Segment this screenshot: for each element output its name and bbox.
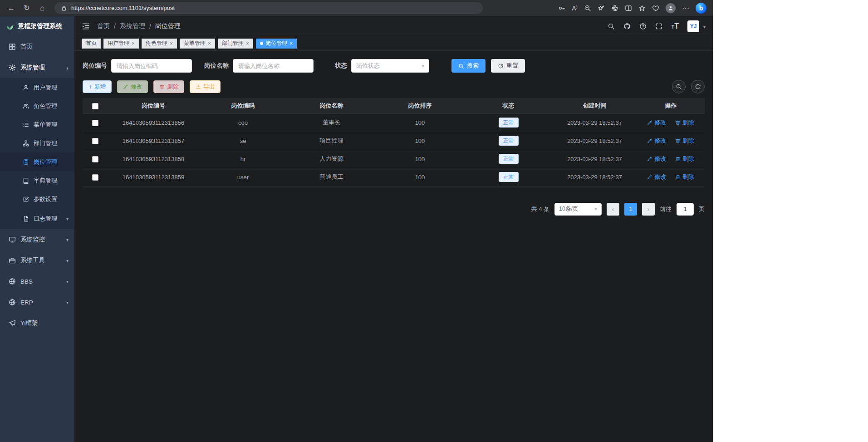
post-code-input[interactable]: [111, 59, 192, 73]
cell-post-code: ceo: [199, 113, 287, 132]
export-button-label: 导出: [203, 83, 215, 91]
sidebar-item-label: 角色管理: [34, 102, 57, 110]
help-icon[interactable]: [639, 23, 647, 30]
row-checkbox[interactable]: [92, 174, 98, 181]
sidebar-item-dict-mgmt[interactable]: 字典管理: [0, 171, 74, 190]
sidebar-item-system-monitor[interactable]: 系统监控 ▾: [0, 229, 74, 250]
row-edit-link[interactable]: 修改: [647, 155, 666, 163]
toggle-search-button[interactable]: [672, 80, 686, 93]
sidebar-item-erp[interactable]: ERP ▾: [0, 292, 74, 313]
export-button[interactable]: 导出: [190, 80, 221, 93]
close-icon[interactable]: ×: [246, 40, 249, 47]
tab-dept-mgmt[interactable]: 部门管理 ×: [218, 39, 253, 49]
refresh-table-button[interactable]: [691, 80, 705, 93]
sidebar-item-post-mgmt[interactable]: 岗位管理: [0, 152, 74, 171]
sidebar-item-param-settings[interactable]: 参数设置: [0, 190, 74, 208]
delete-link-label: 删除: [682, 137, 694, 145]
github-icon[interactable]: [623, 23, 631, 30]
sidebar-item-system-tools[interactable]: 系统工具 ▾: [0, 250, 74, 271]
delete-button[interactable]: 删除: [153, 80, 184, 93]
caret-down-icon: ▾: [594, 206, 597, 212]
password-key-icon[interactable]: [558, 5, 565, 12]
row-checkbox[interactable]: [92, 138, 98, 144]
sidebar-item-dept-mgmt[interactable]: 部门管理: [0, 134, 74, 152]
prev-page-button[interactable]: ‹: [607, 203, 619, 216]
post-name-input[interactable]: [233, 59, 314, 73]
row-edit-link[interactable]: 修改: [647, 137, 666, 145]
select-all-checkbox[interactable]: [92, 103, 98, 109]
breadcrumb-separator: /: [114, 23, 116, 30]
tab-user-mgmt[interactable]: 用户管理 ×: [103, 39, 139, 49]
breadcrumb-item-system[interactable]: 系统管理: [120, 22, 145, 30]
next-page-button[interactable]: ›: [642, 203, 655, 216]
sidebar-item-bbs[interactable]: BBS ▾: [0, 271, 74, 292]
toolbar-right: [672, 80, 705, 93]
fullscreen-icon[interactable]: [655, 23, 662, 30]
sidebar-item-role-mgmt[interactable]: 角色管理: [0, 97, 74, 115]
caret-down-icon[interactable]: ▾: [703, 25, 706, 32]
add-button[interactable]: + 新增: [83, 80, 112, 93]
row-edit-link[interactable]: 修改: [647, 173, 666, 181]
search-button[interactable]: 搜索: [451, 59, 485, 73]
row-edit-link[interactable]: 修改: [647, 118, 666, 127]
pencil-icon: [647, 174, 652, 180]
app-logo[interactable]: 意框架管理系统: [0, 16, 74, 36]
browser-chrome: ← ↻ ⌂ https://ccnetcore.com:1101/system/…: [0, 0, 713, 16]
page-1-button[interactable]: 1: [624, 203, 637, 216]
close-icon[interactable]: ×: [132, 40, 135, 47]
row-delete-link[interactable]: 删除: [675, 118, 694, 127]
org-tree-icon: [23, 140, 29, 147]
cell-post-sort: 100: [376, 150, 464, 168]
favorites-icon[interactable]: [638, 5, 646, 12]
browser-essentials-icon[interactable]: [652, 5, 659, 12]
close-icon[interactable]: ×: [289, 40, 293, 47]
tab-home[interactable]: 首页: [82, 39, 101, 49]
home-button[interactable]: ⌂: [35, 2, 49, 15]
sidebar-item-user-mgmt[interactable]: 用户管理: [0, 78, 74, 97]
read-aloud-icon[interactable]: A⁾: [572, 5, 578, 11]
row-delete-link[interactable]: 删除: [675, 155, 694, 163]
sidebar-item-log-mgmt[interactable]: 日志管理 ▾: [0, 208, 74, 229]
breadcrumb-item-home[interactable]: 首页: [97, 22, 110, 30]
edit-button[interactable]: 修改: [117, 80, 148, 93]
goto-page-input[interactable]: [677, 203, 694, 216]
row-delete-link[interactable]: 删除: [675, 137, 694, 145]
status-select[interactable]: 岗位状态 ▾: [351, 59, 429, 73]
collapse-sidebar-icon[interactable]: [82, 22, 90, 30]
sidebar-item-yi-framework[interactable]: Yi框架: [0, 313, 74, 334]
bing-copilot-icon[interactable]: b: [696, 3, 706, 14]
status-badge: 正常: [499, 136, 519, 146]
chevron-down-icon: ▾: [66, 279, 69, 284]
tab-role-mgmt[interactable]: 角色管理 ×: [142, 39, 177, 49]
row-checkbox[interactable]: [92, 156, 98, 162]
split-screen-icon[interactable]: [625, 5, 632, 12]
search-icon[interactable]: [608, 23, 615, 30]
close-icon[interactable]: ×: [208, 40, 211, 47]
post-name-label: 岗位名称: [204, 62, 229, 70]
column-header-post-id: 岗位编号: [108, 98, 199, 113]
user-logo[interactable]: YJ: [687, 20, 699, 32]
sidebar-item-menu-mgmt[interactable]: 菜单管理: [0, 115, 74, 134]
header-actions: TT YJ ▾: [608, 20, 706, 32]
address-bar[interactable]: https://ccnetcore.com:1101/system/post: [54, 2, 483, 14]
sidebar-item-home[interactable]: 首页: [0, 36, 74, 57]
row-checkbox[interactable]: [92, 120, 98, 126]
page-size-select[interactable]: 10条/页 ▾: [554, 203, 602, 216]
close-icon[interactable]: ×: [170, 40, 173, 47]
sidebar-item-system-mgmt[interactable]: 系统管理 ▴: [0, 57, 74, 78]
zoom-out-icon[interactable]: [584, 5, 591, 12]
row-delete-link[interactable]: 删除: [675, 173, 694, 181]
add-favorite-icon[interactable]: [598, 5, 605, 12]
reload-button[interactable]: ↻: [20, 2, 34, 15]
cell-post-id: 1641030593112313857: [108, 132, 199, 150]
extensions-icon[interactable]: [611, 5, 618, 12]
reset-button[interactable]: 重置: [491, 59, 525, 73]
profile-avatar[interactable]: [666, 3, 676, 13]
browser-window: ← ↻ ⌂ https://ccnetcore.com:1101/system/…: [0, 0, 713, 442]
tab-label: 用户管理: [108, 39, 129, 47]
back-button[interactable]: ←: [5, 2, 18, 15]
tab-menu-mgmt[interactable]: 菜单管理 ×: [180, 39, 215, 49]
tab-post-mgmt[interactable]: 岗位管理 ×: [256, 39, 297, 49]
settings-menu-icon[interactable]: ⋯: [682, 2, 689, 15]
font-size-icon[interactable]: TT: [671, 22, 679, 30]
